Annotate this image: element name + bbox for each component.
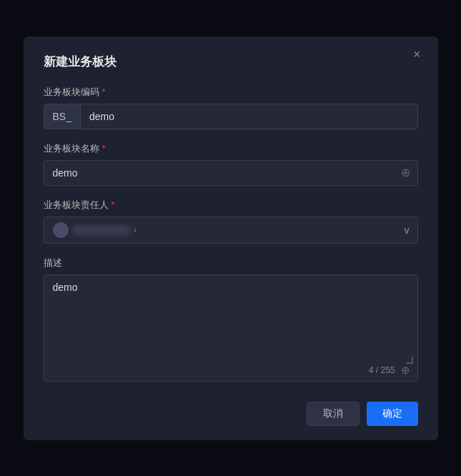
name-field-group: 业务板块名称 * ⊕ xyxy=(44,142,418,186)
name-required-star: * xyxy=(102,143,106,154)
desc-label: 描述 xyxy=(44,257,418,269)
name-input-wrapper: ⊕ xyxy=(44,160,418,186)
name-input[interactable] xyxy=(44,161,417,185)
name-label: 业务板块名称 * xyxy=(44,142,418,155)
dialog-overlay: 新建业务板块 × 业务板块编码 * BS_ 业务板块名称 * ⊕ xyxy=(0,0,461,476)
textarea-footer: 4 / 255 ⊕ xyxy=(44,361,417,381)
code-required-star: * xyxy=(102,86,106,97)
confirm-button[interactable]: 确定 xyxy=(367,402,418,426)
owner-select[interactable]: ‹ ∨ xyxy=(44,217,418,244)
code-label: 业务板块编码 * xyxy=(44,86,418,99)
owner-chevron-icon: ∨ xyxy=(403,224,410,236)
desc-textarea-wrapper: demo 4 / 255 ⊕ xyxy=(44,274,418,382)
code-field-group: 业务板块编码 * BS_ xyxy=(44,86,418,129)
dialog-container: 新建业务板块 × 业务板块编码 * BS_ 业务板块名称 * ⊕ xyxy=(24,36,438,440)
owner-avatar-area: ‹ xyxy=(53,222,403,238)
owner-field-group: 业务板块责任人 * ‹ ∨ xyxy=(44,199,418,244)
close-button[interactable]: × xyxy=(409,46,425,62)
code-input[interactable] xyxy=(81,104,417,129)
dialog-footer: 取消 确定 xyxy=(44,395,418,426)
code-input-row: BS_ xyxy=(44,104,418,129)
desc-field-group: 描述 demo 4 / 255 ⊕ xyxy=(44,257,418,382)
desc-textarea[interactable]: demo xyxy=(44,275,417,361)
name-globe-icon[interactable]: ⊕ xyxy=(401,166,410,179)
code-prefix: BS_ xyxy=(44,104,81,129)
resize-handle[interactable] xyxy=(406,357,413,364)
dialog-title: 新建业务板块 xyxy=(44,54,418,70)
char-count: 4 / 255 xyxy=(369,365,395,375)
owner-extra-indicator: ‹ xyxy=(134,225,137,235)
cancel-button[interactable]: 取消 xyxy=(307,402,360,426)
owner-required-star: * xyxy=(111,199,115,210)
owner-name-blurred xyxy=(73,226,130,234)
owner-avatar xyxy=(53,222,69,238)
desc-globe-icon[interactable]: ⊕ xyxy=(401,364,410,377)
owner-label: 业务板块责任人 * xyxy=(44,199,418,212)
